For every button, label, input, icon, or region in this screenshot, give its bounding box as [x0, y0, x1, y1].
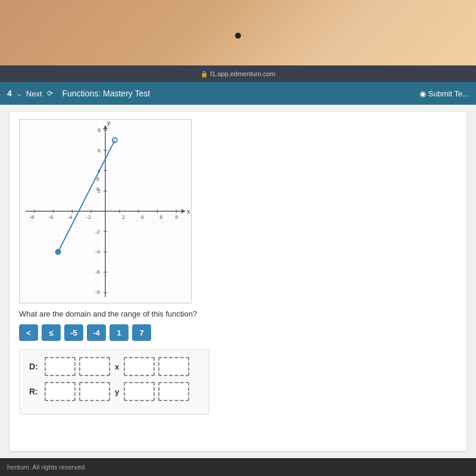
svg-text:-6: -6: [49, 214, 54, 220]
svg-text:-4: -4: [95, 249, 100, 255]
question-text: What are the domain and the range of thi…: [19, 309, 457, 318]
svg-text:8: 8: [175, 214, 178, 220]
symbol-btn-lte[interactable]: ≤: [42, 324, 61, 341]
footer-bar: hentum. All rights reserved.: [0, 458, 476, 476]
browser-address-bar: 🔒 f1.app.edmentum.com: [0, 65, 476, 82]
range-box-4[interactable]: [158, 382, 189, 401]
content-card: x y -8 -6 -4 -2 2 4 6 8 8 6: [10, 112, 466, 451]
symbol-btn-1[interactable]: 1: [109, 324, 129, 341]
svg-text:-2: -2: [86, 214, 91, 220]
submit-test-button[interactable]: ◉ Submit Te...: [419, 89, 469, 98]
svg-text:x: x: [187, 208, 190, 215]
graph-container: x y -8 -6 -4 -2 2 4 6 8 8 6: [19, 119, 192, 303]
symbol-btn-neg4[interactable]: -4: [87, 324, 106, 341]
svg-text:-2: -2: [95, 229, 100, 235]
svg-text:6: 6: [159, 214, 162, 220]
svg-text:-6: -6: [95, 269, 100, 275]
lock-icon: 🔒: [201, 71, 208, 77]
domain-row: D: x: [29, 357, 199, 376]
svg-text:-8: -8: [30, 214, 35, 220]
browser-url: f1.app.edmentum.com: [210, 70, 275, 77]
range-row: R: y: [29, 382, 199, 401]
range-label: R:: [29, 387, 41, 396]
page-title: Functions: Mastery Test: [62, 89, 151, 98]
app-header: 4 ⌄ Next ⟳ Functions: Mastery Test ◉ Sub…: [0, 82, 476, 105]
domain-x-connector: x: [115, 362, 119, 371]
svg-text:y: y: [107, 120, 111, 126]
camera-dot: [235, 33, 241, 39]
answer-section: D: x R: y: [19, 349, 209, 415]
symbol-btn-neg5[interactable]: -5: [64, 324, 83, 341]
main-content: x y -8 -6 -4 -2 2 4 6 8 8 6: [0, 105, 476, 458]
next-button[interactable]: Next: [26, 89, 42, 98]
footer-text: hentum. All rights reserved.: [7, 464, 86, 471]
question-chevron-icon: ⌄: [17, 90, 21, 97]
question-number: 4: [7, 89, 12, 98]
svg-text:2: 2: [98, 188, 101, 194]
svg-text:6: 6: [98, 148, 101, 154]
domain-box-1[interactable]: [45, 357, 76, 376]
svg-text:8: 8: [98, 127, 101, 133]
domain-box-4[interactable]: [158, 357, 189, 376]
symbol-btn-7[interactable]: 7: [132, 324, 151, 341]
range-box-1[interactable]: [45, 382, 76, 401]
submit-icon: ◉: [419, 89, 426, 98]
symbol-btn-lt[interactable]: <: [19, 324, 38, 341]
coordinate-graph: x y -8 -6 -4 -2 2 4 6 8 8 6: [20, 120, 191, 303]
domain-box-3[interactable]: [124, 357, 155, 376]
domain-box-2[interactable]: [79, 357, 110, 376]
svg-text:-8: -8: [95, 289, 100, 295]
submit-label: Submit Te...: [428, 89, 469, 98]
svg-text:-4: -4: [67, 214, 72, 220]
svg-text:8: 8: [96, 176, 99, 182]
refresh-icon[interactable]: ⟳: [47, 89, 53, 98]
range-y-connector: y: [115, 387, 119, 396]
domain-label: D:: [29, 362, 41, 371]
svg-text:2: 2: [122, 214, 125, 220]
symbol-buttons-row: < ≤ -5 -4 1 7: [19, 324, 457, 341]
range-box-3[interactable]: [124, 382, 155, 401]
range-box-2[interactable]: [79, 382, 110, 401]
camera-bar: [0, 0, 476, 65]
svg-text:4: 4: [141, 214, 144, 220]
